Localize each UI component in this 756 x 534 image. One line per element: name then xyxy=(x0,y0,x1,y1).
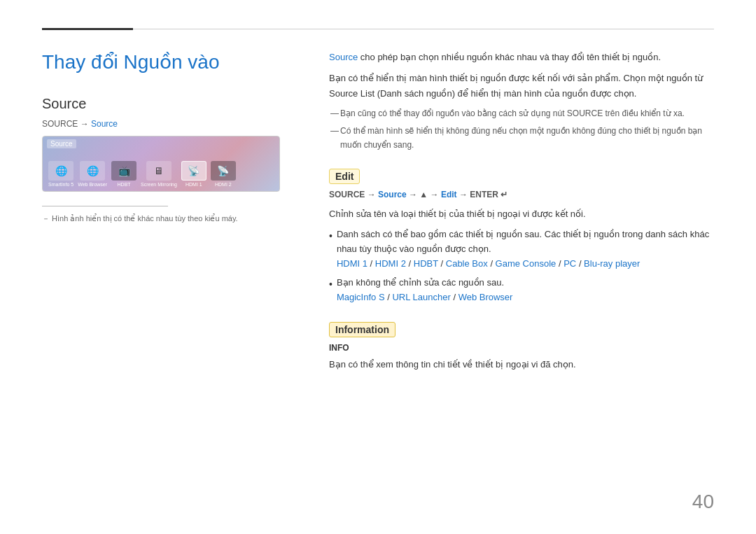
edit-bullet-1-links: HDMI 1 / HDMI 2 / HDBT / Cable Box / Gam… xyxy=(337,257,714,271)
sep8: / xyxy=(453,292,458,302)
edit-bullet-2-links: MagicInfo S / URL Launcher / Web Browser xyxy=(337,290,714,304)
icon-smartinfo-box: 🌐 xyxy=(48,161,74,181)
sep3: / xyxy=(441,258,446,269)
divider xyxy=(42,206,168,206)
intro1-text: cho phép bạn chọn nhiều nguồn khác nhau … xyxy=(358,52,661,62)
edit-bullet-1-text: Danh sách có thể bao gồm các thiết bị ng… xyxy=(337,227,714,257)
source-icons-row: 🌐 SmartInfo 5 🌐 Web Browser 📺 HDBT 🖥 Scr… xyxy=(43,161,279,191)
sep1: / xyxy=(370,258,375,269)
link-webbrowser[interactable]: Web Browser xyxy=(458,292,513,302)
sep2: / xyxy=(409,258,414,269)
link-hdbt[interactable]: HDBT xyxy=(414,258,438,269)
icon-smartinfo-label: SmartInfo 5 xyxy=(48,182,74,187)
section-heading-source: Source xyxy=(42,96,301,112)
icon-screenmir-label: Screen Mirroring xyxy=(141,182,177,187)
edit-bullet-1-content: Danh sách có thể bao gồm các thiết bị ng… xyxy=(337,227,714,270)
top-rule xyxy=(42,28,714,30)
edit-label: Edit xyxy=(329,169,360,184)
edit-cmd-path: SOURCE → Source → ▲ → Edit → ENTER ↵ xyxy=(329,190,714,199)
link-gameconsole[interactable]: Game Console xyxy=(496,258,556,269)
icon-screenmir: 🖥 Screen Mirroring xyxy=(141,161,177,187)
link-magicinfo[interactable]: MagicInfo S xyxy=(337,292,385,302)
icon-hdbt-box: 📺 xyxy=(111,161,136,181)
left-column: Thay đổi Nguồn vào Source SOURCE → Sourc… xyxy=(42,50,301,506)
bullet-dot-1: • xyxy=(329,228,332,270)
icon-hdbt-label: HDBT xyxy=(118,182,131,187)
edit-body: Chỉnh sửa tên và loại thiết bị của thiết… xyxy=(329,206,714,222)
info-body: Bạn có thể xem thông tin chi tiết về thi… xyxy=(329,357,714,372)
source-path-prefix: SOURCE → xyxy=(42,119,91,129)
rule-thin xyxy=(133,29,714,29)
info-cmd-label: INFO xyxy=(329,343,714,353)
icon-smartinfo: 🌐 SmartInfo 5 xyxy=(48,161,74,187)
link-urllauncher[interactable]: URL Launcher xyxy=(392,292,450,302)
info-label: Information xyxy=(329,322,396,337)
edit-bullet-2-content: Bạn không thể chỉnh sửa các nguồn sau. M… xyxy=(337,276,714,304)
icon-webbrowser-label: Web Browser xyxy=(78,182,107,187)
rule-thick xyxy=(42,28,133,30)
icon-hdmi2: 📡 HDMI 2 xyxy=(211,161,236,187)
icon-hdmi1: 📡 HDMI 1 xyxy=(181,161,206,187)
edit-bullet-1: • Danh sách có thể bao gồm các thiết bị … xyxy=(329,227,714,270)
bullet-remote: Bạn cũng có thể thay đổi nguồn vào bằng … xyxy=(340,107,714,120)
right-column: Source cho phép bạn chọn nhiều nguồn khá… xyxy=(329,50,714,506)
source-screenshot-label: Source xyxy=(47,139,76,148)
source-screenshot: Source 🌐 SmartInfo 5 🌐 Web Browser 📺 HDB… xyxy=(42,136,280,192)
edit-bullet-2: • Bạn không thể chỉnh sửa các nguồn sau.… xyxy=(329,276,714,304)
edit-bullet-2-text: Bạn không thể chỉnh sửa các nguồn sau. xyxy=(337,276,714,290)
link-pc[interactable]: PC xyxy=(564,258,576,269)
link-bluray[interactable]: Blu-ray player xyxy=(584,258,640,269)
icon-webbrowser-box: 🌐 xyxy=(80,161,105,181)
source-path: SOURCE → Source xyxy=(42,119,301,129)
icon-screenmir-box: 🖥 xyxy=(146,161,172,181)
edit-section: Edit SOURCE → Source → ▲ → Edit → ENTER … xyxy=(329,156,714,304)
icon-webbrowser: 🌐 Web Browser xyxy=(78,161,107,187)
link-cablebox[interactable]: Cable Box xyxy=(446,258,488,269)
edit-cmd-edit-link: Edit xyxy=(441,190,457,199)
intro-para-1: Source cho phép bạn chọn nhiều nguồn khá… xyxy=(329,50,714,65)
icon-hdmi2-box: 📡 xyxy=(211,161,236,181)
footnote: － Hình ảnh hiển thị có thể khác nhau tùy… xyxy=(42,213,301,224)
icon-hdmi2-label: HDMI 2 xyxy=(215,182,232,187)
link-hdmi2[interactable]: HDMI 2 xyxy=(375,258,406,269)
intro-link-source[interactable]: Source xyxy=(329,52,358,62)
bullet-wrong-source: Có thể màn hình sẽ hiển thị không đúng n… xyxy=(340,125,714,151)
icon-hdbt: 📺 HDBT xyxy=(111,161,136,187)
bullet-dot-2: • xyxy=(329,276,332,304)
source-path-link[interactable]: Source xyxy=(91,119,118,129)
sep4: / xyxy=(490,258,495,269)
icon-hdmi1-box: 📡 xyxy=(181,161,206,181)
page-title: Thay đổi Nguồn vào xyxy=(42,50,301,75)
info-section: Information INFO Bạn có thể xem thông ti… xyxy=(329,309,714,372)
intro-para-2: Bạn có thể hiển thị màn hình thiết bị ng… xyxy=(329,71,714,101)
link-hdmi1[interactable]: HDMI 1 xyxy=(337,258,368,269)
content-area: Thay đổi Nguồn vào Source SOURCE → Sourc… xyxy=(42,50,714,506)
edit-cmd-source-link: Source xyxy=(378,190,407,199)
page-number: 40 xyxy=(692,491,714,513)
icon-hdmi1-label: HDMI 1 xyxy=(186,182,202,187)
